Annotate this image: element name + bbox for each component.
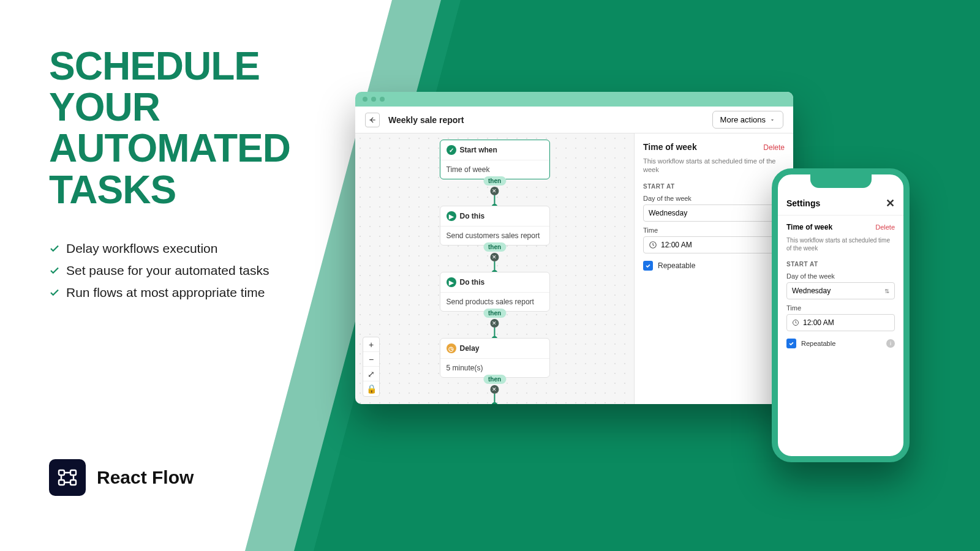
- phone-repeatable-label: Repeatable: [801, 340, 835, 347]
- flow-connector: then✕: [483, 375, 506, 404]
- page-headline: SCHEDULE YOUR AUTOMATED TASKS: [49, 46, 368, 211]
- check-icon: [49, 265, 60, 276]
- panel-section-label: START AT: [643, 183, 785, 190]
- flow-canvas[interactable]: ✓Start when Time of week then✕ ▶Do this …: [355, 133, 634, 404]
- time-label: Time: [643, 227, 785, 234]
- svg-rect-0: [59, 470, 64, 475]
- zoom-controls: + − ⤢ 🔒: [363, 337, 380, 397]
- more-actions-button[interactable]: More actions: [712, 111, 783, 129]
- flow-connector: then✕: [483, 242, 506, 276]
- phone-mock: Settings ✕ Time of week Delete This work…: [772, 168, 910, 462]
- clock-icon: [792, 319, 799, 326]
- svg-rect-2: [59, 480, 64, 485]
- zoom-in-button[interactable]: +: [363, 337, 379, 352]
- feature-list: Delay workflows execution Set pause for …: [49, 241, 368, 300]
- brand-row: React Flow: [49, 459, 194, 496]
- phone-panel-description: This workflow starts at scheduled time o…: [786, 236, 895, 252]
- workflow-title: Weekly sale report: [388, 115, 464, 125]
- window-titlebar: [355, 92, 793, 107]
- remove-connector-icon[interactable]: ✕: [490, 187, 499, 195]
- flow-connector: then✕: [483, 309, 506, 342]
- phone-time-input[interactable]: 12:00 AM: [786, 314, 895, 331]
- close-icon[interactable]: ✕: [886, 197, 895, 210]
- repeatable-label: Repeatable: [658, 261, 695, 270]
- day-select[interactable]: Wednesday: [643, 204, 785, 222]
- check-icon: [49, 243, 60, 254]
- time-input[interactable]: 12:00 AM: [643, 236, 785, 253]
- phone-delete-button[interactable]: Delete: [875, 223, 895, 231]
- clock-icon: [649, 241, 657, 249]
- phone-day-label: Day of the week: [786, 272, 895, 280]
- play-circle-icon: ▶: [447, 277, 456, 287]
- svg-rect-1: [70, 470, 76, 475]
- check-circle-icon: ✓: [447, 145, 456, 155]
- info-icon[interactable]: i: [886, 339, 895, 348]
- caret-down-icon: [769, 117, 775, 123]
- flow-node-action[interactable]: ▶Do this Send products sales report: [440, 272, 550, 312]
- feature-item: Delay workflows execution: [66, 241, 217, 256]
- panel-title: Time of week: [643, 142, 697, 152]
- zoom-out-button[interactable]: −: [363, 352, 379, 367]
- panel-description: This workflow starts at scheduled time o…: [643, 157, 785, 174]
- fit-view-button[interactable]: ⤢: [363, 367, 379, 381]
- brand-logo-icon: [49, 459, 86, 496]
- phone-section-label: START AT: [786, 261, 895, 268]
- play-circle-icon: ▶: [447, 211, 456, 221]
- flow-connector: then✕: [483, 176, 506, 210]
- settings-panel: Time of week Delete This workflow starts…: [634, 133, 793, 404]
- brand-name: React Flow: [97, 467, 194, 488]
- clock-icon: ◷: [447, 343, 456, 353]
- lock-button[interactable]: 🔒: [363, 381, 379, 396]
- delete-button[interactable]: Delete: [763, 143, 785, 152]
- check-icon: [49, 287, 60, 298]
- app-window: Weekly sale report More actions ✓Start w…: [355, 92, 793, 404]
- phone-header-title: Settings: [786, 198, 820, 208]
- remove-connector-icon[interactable]: ✕: [490, 253, 499, 261]
- flow-node-delay[interactable]: ◷Delay 5 minute(s): [440, 338, 550, 378]
- phone-panel-title: Time of week: [786, 223, 832, 231]
- flow-node-action[interactable]: ▶Do this Send customers sales report: [440, 206, 550, 246]
- remove-connector-icon[interactable]: ✕: [490, 385, 499, 394]
- repeatable-checkbox[interactable]: [643, 261, 653, 271]
- day-label: Day of the week: [643, 195, 785, 202]
- phone-time-label: Time: [786, 304, 895, 312]
- remove-connector-icon[interactable]: ✕: [490, 319, 499, 328]
- flow-node-start[interactable]: ✓Start when Time of week: [440, 140, 550, 179]
- phone-day-select[interactable]: Wednesday⇅: [786, 282, 895, 299]
- feature-item: Set pause for your automated tasks: [66, 263, 270, 278]
- back-button[interactable]: [365, 113, 380, 127]
- feature-item: Run flows at most appropriate time: [66, 285, 265, 300]
- phone-repeatable-checkbox[interactable]: [786, 339, 796, 348]
- select-arrows-icon: ⇅: [884, 288, 889, 294]
- svg-rect-3: [70, 480, 76, 485]
